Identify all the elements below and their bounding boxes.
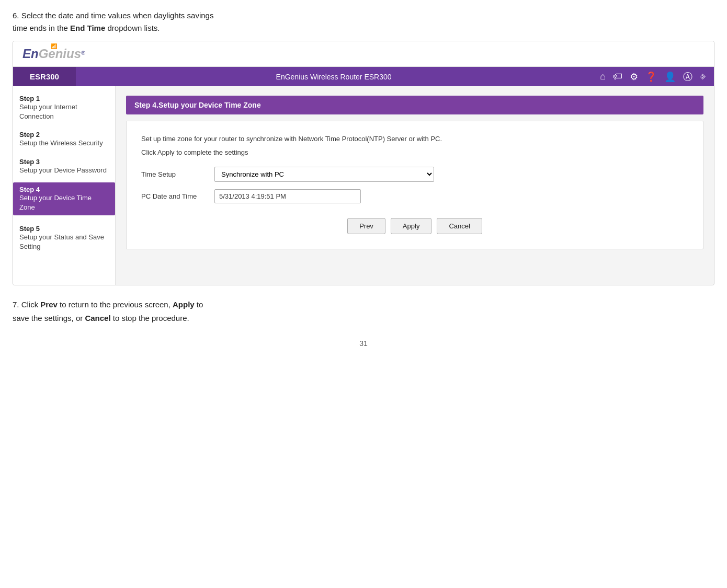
- step-header: Step 4.Setup your Device Time Zone: [126, 96, 703, 114]
- main-content: Step 1 Setup your Internet Connection St…: [13, 86, 714, 285]
- top-description: 6. Select the date and time values when …: [0, 0, 727, 41]
- router-frame: 📶 EnGenius® ESR300 EnGenius Wireless Rou…: [13, 41, 714, 285]
- model-label: ESR300: [13, 67, 76, 86]
- time-setup-label: Time Setup: [141, 170, 214, 178]
- step-4-desc: Setup your Device Time Zone: [19, 193, 109, 212]
- home-icon[interactable]: ⌂: [600, 71, 606, 82]
- pc-date-label: PC Date and Time: [141, 192, 214, 200]
- step-5-number: Step 5: [19, 225, 109, 233]
- nav-bar: ESR300 EnGenius Wireless Router ESR300 ⌂…: [13, 67, 714, 86]
- buttons-row: Prev Apply Cancel: [141, 218, 688, 234]
- step-3-desc: Setup your Device Password: [19, 166, 109, 175]
- bottom-description: 7. Click Prev to return to the previous …: [0, 285, 727, 333]
- gear-icon[interactable]: ⚙: [630, 71, 638, 83]
- time-setup-input[interactable]: Synchronize with PC Synchronize with NTP…: [214, 167, 434, 182]
- sidebar: Step 1 Setup your Internet Connection St…: [13, 86, 116, 285]
- logout-icon[interactable]: ⎆: [700, 71, 706, 82]
- help-icon[interactable]: ❓: [645, 71, 657, 83]
- step-1-number: Step 1: [19, 95, 109, 102]
- form-click-apply: Click Apply to complete the settings: [141, 148, 688, 156]
- tag-icon[interactable]: 🏷: [613, 71, 622, 82]
- content-panel: Step 4.Setup your Device Time Zone Set u…: [116, 86, 714, 285]
- step-5-desc: Setup your Status and Save Setting: [19, 233, 109, 251]
- router-title: EnGenius Wireless Router ESR300: [76, 67, 592, 86]
- account-icon[interactable]: Ⓐ: [683, 71, 692, 83]
- apply-button[interactable]: Apply: [391, 218, 432, 234]
- nav-icons: ⌂ 🏷 ⚙ ❓ 👤 Ⓐ ⎆: [592, 71, 714, 83]
- sidebar-step-4[interactable]: Step 4 Setup your Device Time Zone: [13, 182, 115, 215]
- prev-button[interactable]: Prev: [347, 218, 385, 234]
- time-setup-row: Time Setup Synchronize with PC Synchroni…: [141, 167, 688, 182]
- sidebar-step-3[interactable]: Step 3 Setup your Device Password: [19, 158, 109, 175]
- time-setup-select[interactable]: Synchronize with PC Synchronize with NTP…: [214, 167, 434, 182]
- cancel-button[interactable]: Cancel: [437, 218, 482, 234]
- sidebar-step-1[interactable]: Step 1 Setup your Internet Connection: [19, 95, 109, 121]
- pc-date-input-wrap: [214, 189, 434, 203]
- form-box: Set up time zone for your router to sync…: [126, 121, 703, 249]
- step-4-number: Step 4: [19, 186, 109, 193]
- pc-date-row: PC Date and Time: [141, 189, 688, 203]
- step-1-desc: Setup your Internet Connection: [19, 102, 109, 121]
- page-number: 31: [0, 333, 727, 358]
- step-3-number: Step 3: [19, 158, 109, 166]
- engenius-logo: 📶 EnGenius®: [22, 47, 85, 61]
- form-description-line1: Set up time zone for your router to sync…: [141, 134, 688, 144]
- step-2-desc: Setup the Wireless Security: [19, 139, 109, 148]
- logo-bar: 📶 EnGenius®: [13, 41, 714, 67]
- pc-date-field[interactable]: [214, 189, 361, 203]
- step-2-number: Step 2: [19, 131, 109, 139]
- sidebar-step-5[interactable]: Step 5 Setup your Status and Save Settin…: [19, 225, 109, 251]
- wifi-icon: 📶: [51, 43, 57, 49]
- sidebar-step-2[interactable]: Step 2 Setup the Wireless Security: [19, 131, 109, 148]
- user-icon[interactable]: 👤: [664, 71, 676, 83]
